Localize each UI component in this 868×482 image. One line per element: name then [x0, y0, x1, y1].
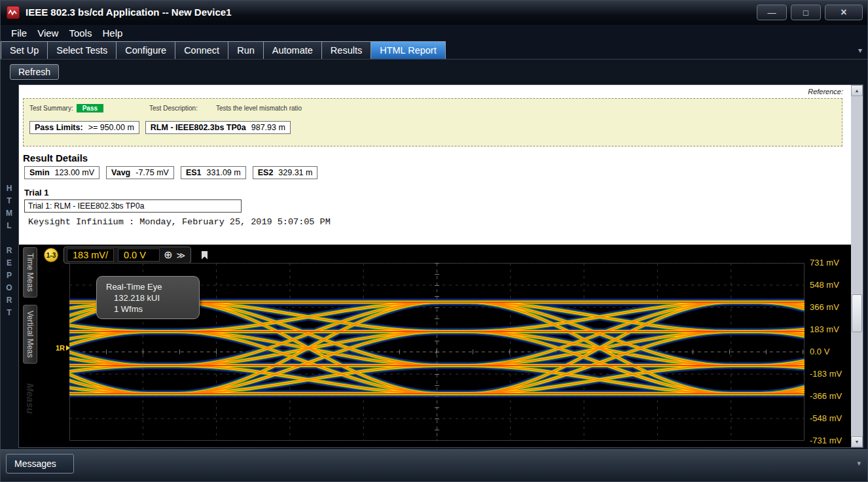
pass-limits-box: Pass Limits: >= 950.00 m — [29, 121, 139, 134]
param-smin-label: Smin — [29, 168, 50, 177]
y-axis-label: -548 mV — [810, 413, 850, 423]
y-axis-label: 731 mV — [810, 258, 850, 267]
bookmark-icon — [202, 251, 208, 260]
report-area: Reference: Test Summary: Pass Test Descr… — [19, 85, 851, 447]
tab-select-tests[interactable]: Select Tests — [48, 41, 117, 59]
vertical-offset-box: 0.0 V — [118, 249, 160, 262]
scroll-down-button[interactable]: ▼ — [851, 436, 863, 447]
channel-badge: 1-3 — [44, 248, 58, 262]
menu-tools[interactable]: Tools — [63, 27, 97, 39]
tooltip-kui: 132.218 kUI — [106, 292, 199, 303]
y-axis-label: -366 mV — [810, 391, 850, 401]
y-axis-label: 183 mV — [810, 324, 850, 334]
param-es1-label: ES1 — [186, 168, 202, 177]
messages-tab[interactable]: Messages — [6, 454, 74, 473]
test-description-value: Tests the level mismatch ratio — [216, 105, 302, 112]
scope-caption: Keysight Infiniium : Monday, February 25… — [28, 217, 331, 227]
tab-automate[interactable]: Automate — [264, 41, 322, 59]
report-scrollbar[interactable]: ▲ ▼ — [851, 85, 863, 447]
measurement-value: 987.93 m — [251, 123, 285, 132]
close-button[interactable]: × — [825, 5, 863, 20]
test-summary-label: Test Summary: — [29, 105, 73, 112]
param-smin: Smin 123.00 mV — [24, 166, 99, 179]
param-vavg-label: Vavg — [111, 168, 130, 177]
param-smin-value: 123.00 mV — [55, 168, 94, 177]
param-es2-value: 329.31 m — [278, 168, 312, 177]
messages-overflow-arrow[interactable]: ▾ — [857, 459, 861, 468]
scope-tab-time-meas: Time Meas — [23, 247, 37, 298]
param-es2: ES2 329.31 m — [253, 166, 318, 179]
tooltip-title: Real-Time Eye — [106, 281, 199, 292]
app-icon — [7, 6, 20, 19]
pass-limits-label: Pass Limits: — [35, 123, 83, 132]
scope-tab-vertical-meas: Vertical Meas — [23, 305, 37, 364]
param-vavg: Vavg -7.75 mV — [106, 166, 174, 179]
param-es1: ES1 331.09 m — [181, 166, 246, 179]
tab-connect[interactable]: Connect — [175, 41, 228, 59]
zoom-plus-icon: ⊕ — [164, 250, 172, 260]
result-details-heading: Result Details — [23, 152, 88, 164]
y-axis-label: 366 mV — [810, 302, 850, 312]
refresh-button[interactable]: Refresh — [10, 64, 59, 80]
summary-row: Test Summary: Pass Test Description: Tes… — [29, 104, 302, 112]
param-es1-value: 331.09 m — [207, 168, 241, 177]
content-frame: Refresh HTML REPORT Reference: Test Summ… — [1, 59, 867, 449]
tab-set-up[interactable]: Set Up — [1, 41, 48, 59]
tab-html-report[interactable]: HTML Report — [371, 41, 445, 59]
trial-label-box: Trial 1: RLM - IEEE802.3bs TP0a — [24, 199, 242, 213]
menu-help[interactable]: Help — [97, 27, 128, 39]
menu-view[interactable]: View — [32, 27, 63, 39]
test-description-label: Test Description: — [149, 105, 198, 112]
window-titlebar: IEEE 802.3 bs/cd Application -- New Devi… — [1, 1, 867, 25]
expand-chevrons-icon: ≫ — [176, 251, 185, 260]
scope-tab-ghost: Measu — [25, 383, 36, 414]
channel-marker: 1R — [56, 344, 70, 352]
channel-marker-label: 1R — [56, 344, 65, 352]
limits-row: Pass Limits: >= 950.00 m RLM - IEEE802.3… — [29, 121, 291, 134]
y-axis-label: 0.0 V — [810, 347, 850, 356]
y-axis-label: -183 mV — [810, 369, 850, 379]
messages-bar: Messages ▾ — [1, 449, 867, 482]
param-es2-label: ES2 — [258, 168, 274, 177]
pass-badge: Pass — [77, 104, 103, 112]
channel-marker-arrow-icon — [66, 345, 70, 351]
y-axis-label: 548 mV — [810, 280, 850, 290]
scale-group: 183 mV/ 0.0 V ⊕ ≫ — [63, 247, 191, 264]
vertical-scale-box: 183 mV/ — [67, 249, 114, 262]
result-parameters-row: Smin 123.00 mV Vavg -7.75 mV ES1 331.09 … — [24, 166, 317, 179]
reference-label: Reference: — [808, 88, 843, 95]
application-window: IEEE 802.3 bs/cd Application -- New Devi… — [0, 0, 868, 482]
menu-bar: File View Tools Help — [1, 25, 867, 41]
rt-eye-tooltip: Real-Time Eye 132.218 kUI 1 Wfms — [96, 276, 200, 319]
pass-limits-value: >= 950.00 m — [88, 123, 134, 132]
trial-heading: Trial 1 — [24, 188, 49, 198]
measurement-box: RLM - IEEE802.3bs TP0a 987.93 m — [145, 121, 291, 134]
html-report-vertical-label: HTML REPORT — [5, 184, 14, 320]
summary-banner: Test Summary: Pass Test Description: Tes… — [23, 98, 842, 146]
scope-wave-glyph — [9, 9, 18, 16]
tab-overflow-arrow[interactable]: ▾ — [858, 46, 862, 55]
tab-configure[interactable]: Configure — [117, 41, 175, 59]
scope-toolbar: 1-3 183 mV/ 0.0 V ⊕ ≫ — [44, 247, 208, 264]
minimize-button[interactable]: — — [757, 5, 787, 20]
tooltip-wfms: 1 Wfms — [106, 303, 199, 315]
scope-screenshot: Time Meas Vertical Meas Measu 1-3 183 mV… — [19, 245, 851, 447]
scroll-thumb[interactable] — [852, 294, 862, 332]
scroll-up-button[interactable]: ▲ — [851, 85, 863, 96]
window-title: IEEE 802.3 bs/cd Application -- New Devi… — [26, 7, 232, 18]
main-tab-bar: Set Up Select Tests Configure Connect Ru… — [1, 41, 867, 59]
tab-run[interactable]: Run — [228, 41, 264, 59]
maximize-button[interactable]: □ — [791, 5, 821, 20]
window-controls: — □ × — [757, 5, 863, 20]
tab-results[interactable]: Results — [322, 41, 371, 59]
y-axis-label: -731 mV — [810, 436, 850, 445]
menu-file[interactable]: File — [6, 27, 32, 39]
param-vavg-value: -7.75 mV — [136, 168, 169, 177]
report-wrapper: Reference: Test Summary: Pass Test Descr… — [18, 84, 863, 448]
measurement-name: RLM - IEEE802.3bs TP0a — [151, 123, 246, 132]
